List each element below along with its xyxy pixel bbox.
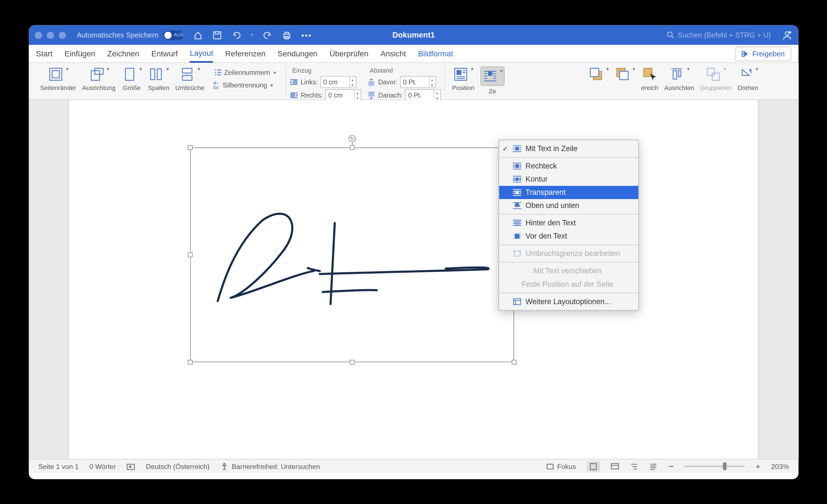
- spellcheck-icon: [127, 462, 135, 470]
- svg-rect-8: [50, 68, 62, 80]
- maximize-window-button[interactable]: [59, 31, 66, 38]
- print-icon[interactable]: [282, 30, 291, 40]
- rotation-handle[interactable]: ↻: [348, 135, 356, 142]
- tab-sendungen[interactable]: Sendungen: [277, 45, 317, 62]
- indent-label: Einzug: [290, 66, 361, 75]
- indent-left-icon: [290, 78, 298, 86]
- tab-start[interactable]: Start: [36, 45, 52, 62]
- focus-mode-button[interactable]: Fokus: [545, 462, 576, 470]
- home-icon[interactable]: [193, 30, 203, 40]
- wrap-square-item[interactable]: Rechteck: [499, 159, 638, 172]
- position-button[interactable]: ▾ Position: [449, 66, 477, 92]
- margins-button[interactable]: ▾ Seitenränder: [37, 66, 79, 92]
- search-box[interactable]: Suchen (Befehl + STRG + U): [666, 31, 771, 39]
- wrap-inline-item[interactable]: ✓ Mit Text in Zeile: [499, 142, 638, 155]
- minimize-window-button[interactable]: [47, 31, 54, 38]
- web-layout-view-button[interactable]: [611, 462, 619, 470]
- svg-rect-22: [619, 71, 628, 80]
- undo-dropdown-icon[interactable]: ▾: [251, 32, 253, 38]
- web-layout-icon: [611, 462, 619, 470]
- indent-group: Einzug Links: 0 cm▴▾ Rechts: 0 cm▴▾ Abst…: [286, 65, 445, 97]
- tab-einfuegen[interactable]: Einfügen: [64, 45, 95, 62]
- indent-right-input[interactable]: 0 cm▴▾: [325, 89, 361, 101]
- zoom-level[interactable]: 203%: [771, 462, 789, 470]
- print-layout-icon: [589, 462, 597, 470]
- line-numbers-button[interactable]: Zeilennummern▾: [211, 67, 278, 78]
- page-setup-small-group: Zeilennummern▾ a-bc Silbentrennung▾: [207, 66, 282, 92]
- save-icon[interactable]: [212, 30, 222, 40]
- tab-bildformat[interactable]: Bildformat: [418, 45, 453, 62]
- tab-layout[interactable]: Layout: [190, 45, 213, 62]
- resize-handle-l[interactable]: [188, 252, 192, 257]
- zoom-out-button[interactable]: −: [668, 461, 674, 472]
- resize-handle-bl[interactable]: [188, 360, 192, 364]
- group-button[interactable]: ▾ Gruppieren: [697, 66, 734, 92]
- more-layout-options-item[interactable]: Weitere Layoutoptionen...: [499, 295, 638, 308]
- space-before-input[interactable]: 0 Pt.▴▾: [400, 76, 436, 88]
- tab-entwurf[interactable]: Entwurf: [151, 45, 178, 62]
- more-commands-icon[interactable]: •••: [301, 30, 312, 40]
- resize-handle-b[interactable]: [350, 360, 354, 364]
- space-after-input[interactable]: 0 Pt.▴▾: [405, 89, 441, 101]
- print-layout-view-button[interactable]: [586, 461, 600, 472]
- indent-left-input[interactable]: 0 cm▴▾: [320, 76, 356, 88]
- rotate-button[interactable]: ▾ Drehen: [734, 66, 761, 92]
- zoom-slider[interactable]: [685, 465, 744, 467]
- tab-ansicht[interactable]: Ansicht: [380, 45, 406, 62]
- columns-icon: [149, 67, 163, 81]
- tab-ueberpruefen[interactable]: Überprüfen: [329, 45, 369, 62]
- wrap-behind-item[interactable]: Hinter den Text: [499, 216, 638, 230]
- svg-rect-29: [515, 164, 519, 168]
- bring-forward-button[interactable]: ▾ x: [585, 66, 612, 92]
- selected-image-frame[interactable]: ↻: [190, 147, 514, 362]
- wrap-tight-item[interactable]: Kontur: [499, 172, 638, 186]
- outline-view-button[interactable]: [630, 462, 638, 470]
- resize-handle-t[interactable]: [350, 145, 354, 150]
- page-counter[interactable]: Seite 1 von 1: [38, 462, 79, 470]
- selection-pane-icon: [642, 67, 656, 81]
- accessibility-button[interactable]: Barrierefreiheit: Untersuchen: [221, 462, 320, 470]
- resize-handle-br[interactable]: [512, 360, 517, 364]
- orientation-button[interactable]: ▾ Ausrichtung: [79, 66, 118, 92]
- tab-zeichnen[interactable]: Zeichnen: [107, 45, 139, 62]
- wrap-through-item[interactable]: Transparent: [499, 186, 638, 199]
- wrap-text-button[interactable]: ▾ Ze: [477, 66, 507, 95]
- spellcheck-button[interactable]: [127, 462, 135, 470]
- selection-pane-button[interactable]: ereich: [638, 66, 661, 92]
- document-page[interactable]: ↻: [69, 100, 758, 459]
- share-user-icon[interactable]: [782, 30, 792, 40]
- statusbar: Seite 1 von 1 0 Wörter Deutsch (Österrei…: [29, 459, 798, 473]
- svg-rect-10: [91, 71, 99, 80]
- tab-referenzen[interactable]: Referenzen: [225, 45, 265, 62]
- language-button[interactable]: Deutsch (Österreich): [146, 462, 209, 470]
- wrap-infront-item[interactable]: Vor den Text: [499, 230, 638, 243]
- move-with-text-item: Mit Text verschieben: [499, 264, 638, 278]
- resize-handle-tl[interactable]: [188, 145, 192, 150]
- quick-access-toolbar: ▾ •••: [193, 30, 312, 40]
- share-button[interactable]: Freigeben: [735, 46, 791, 60]
- svg-point-35: [513, 251, 515, 252]
- undo-icon[interactable]: [232, 30, 241, 40]
- svg-point-36: [520, 251, 521, 252]
- close-window-button[interactable]: [35, 31, 42, 38]
- columns-button[interactable]: ▾ Spalten: [145, 66, 172, 92]
- hyphenation-button[interactable]: a-bc Silbentrennung▾: [211, 79, 278, 91]
- wrap-topbottom-item[interactable]: Oben und unten: [499, 199, 638, 212]
- word-counter[interactable]: 0 Wörter: [89, 462, 116, 470]
- svg-point-30: [515, 178, 519, 181]
- size-button[interactable]: ▾ Größe: [118, 66, 145, 92]
- titlebar: Automatisches Speichern AUS ▾ ••• Dokume…: [29, 25, 798, 45]
- window-controls: [35, 31, 66, 38]
- redo-icon[interactable]: [263, 30, 272, 40]
- rotate-icon: [738, 67, 752, 81]
- svg-point-4: [667, 32, 672, 37]
- svg-rect-31: [515, 204, 520, 207]
- draft-view-button[interactable]: [649, 462, 658, 470]
- align-button[interactable]: ▾ Ausrichten: [661, 66, 697, 92]
- svg-rect-15: [183, 68, 192, 73]
- send-backward-button[interactable]: ▾ x: [612, 66, 638, 92]
- breaks-button[interactable]: ▾ Umbrüche: [172, 66, 207, 92]
- document-canvas[interactable]: ↻ ✓ Mit Text in Zeile: [29, 100, 798, 459]
- zoom-in-button[interactable]: +: [756, 461, 761, 471]
- autosave-toggle[interactable]: AUS: [163, 30, 184, 40]
